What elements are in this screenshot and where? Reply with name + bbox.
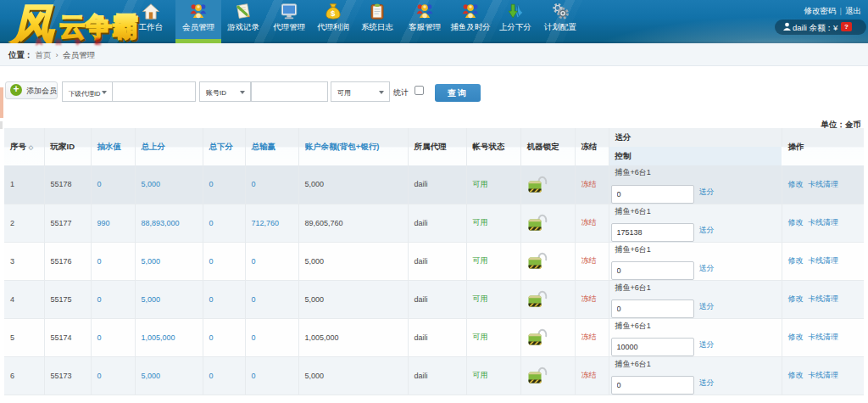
svg-text:风: 风	[9, 1, 55, 43]
svg-text:$: $	[331, 8, 336, 18]
